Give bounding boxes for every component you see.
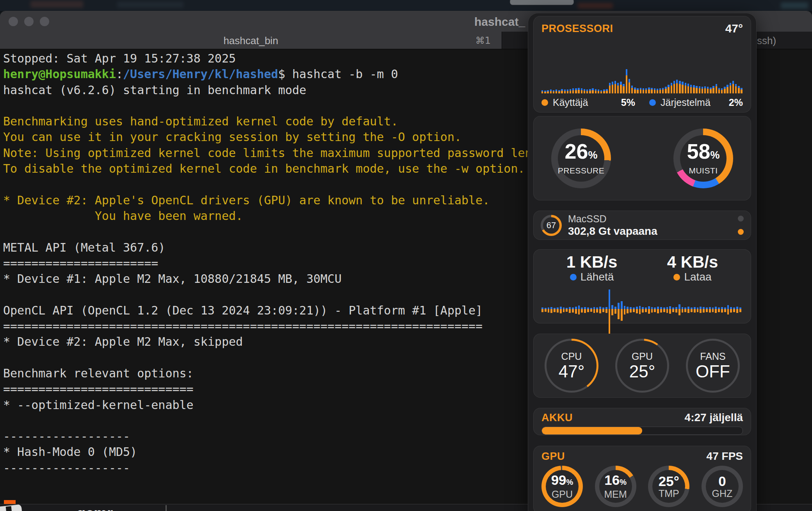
background-smudge (117, 2, 183, 8)
cpu-bar (676, 80, 678, 93)
net-down-bar (642, 309, 644, 313)
cpu-bar (668, 85, 669, 93)
cpu-bar (623, 84, 624, 93)
battery-bar-track (541, 427, 743, 435)
background-smudge (781, 2, 808, 9)
net-down-bar (651, 309, 653, 313)
net-up-bar (648, 306, 650, 309)
net-down-bar (602, 309, 604, 312)
net-down-bar (736, 309, 738, 313)
disk-widget-card[interactable]: 67 MacSSD 302,8 Gt vapaana (533, 211, 751, 240)
net-down-bar (593, 309, 595, 313)
cpu-widget-card[interactable]: PROSESSORI 47° Käyttäjä 5% Järjestelmä 2… (533, 16, 751, 113)
cpu-bar (704, 86, 706, 93)
tab-label: ssh) (757, 35, 776, 47)
cpu-bar (696, 86, 697, 93)
terminal-output[interactable]: Stopped: Sat Apr 19 15:27:38 2025henry@H… (3, 51, 560, 476)
cpu-bar (567, 89, 568, 93)
network-widget-card[interactable]: 1 KB/s Lähetä 4 KB/s Lataa (533, 249, 751, 323)
cpu-bar (586, 89, 588, 93)
user-percent: 5% (621, 97, 635, 108)
zoom-button[interactable] (40, 17, 49, 26)
net-up-bar (621, 301, 623, 309)
net-down-bar (739, 309, 741, 312)
net-down-bar (587, 309, 589, 312)
terminal-line: ------------------ (3, 460, 560, 476)
cpu-bar (679, 81, 680, 93)
cpu-bar (657, 89, 658, 93)
net-down-bar (541, 309, 543, 312)
cpu-bar (634, 88, 636, 93)
cpu-bar (620, 82, 621, 93)
net-down-bar (672, 309, 674, 312)
gpu-temp2-gauge: 25° TMP (648, 466, 689, 507)
net-down-bar (581, 309, 583, 313)
cpu-bar (614, 81, 616, 93)
terminal-line: Benchmark relevant options: (3, 366, 560, 381)
terminal-line (3, 350, 560, 366)
gpu-widget-card[interactable]: GPU 47 FPS 99% GPU 16% MEM (533, 446, 751, 511)
pressure-memory-card[interactable]: 26% PRESSURE 58% MUISTI (533, 116, 751, 200)
cpu-bar (710, 88, 711, 93)
system-legend-label: Järjestelmä (661, 97, 710, 108)
cpu-bar (687, 84, 689, 93)
cpu-bar (631, 86, 633, 93)
cpu-bar (626, 69, 627, 93)
pressure-gauge: 26% PRESSURE (551, 129, 611, 188)
net-down-bar (675, 309, 677, 313)
cpu-bar (741, 88, 742, 93)
battery-widget-card[interactable]: AKKU 4:27 jäljellä (533, 408, 751, 435)
net-up-bar (618, 303, 620, 309)
net-down-bar (618, 309, 620, 319)
disk-usage-gauge: 67 (541, 215, 562, 236)
cpu-bar (570, 89, 571, 93)
net-down-bar (715, 309, 717, 313)
terminal-line: hashcat (v6.2.6) starting in benchmark m… (3, 82, 560, 98)
net-down-bar (611, 309, 613, 315)
background-smudge (30, 1, 83, 8)
net-down-bar (566, 309, 568, 312)
desktop-background-strip (0, 0, 812, 11)
window-title: hashcat_ (474, 15, 525, 29)
cpu-bar (558, 90, 560, 93)
cpu-bar (598, 89, 599, 93)
terminal-line: * Device #2: Apple's OpenCL drivers (GPU… (3, 193, 560, 208)
minimize-button[interactable] (24, 17, 34, 26)
net-up-bar (624, 306, 626, 309)
cpu-bar (572, 88, 574, 93)
tab-hashcat-bin[interactable]: hashcat_bin ⌘1 (0, 32, 502, 49)
disk-free-space: 302,8 Gt vapaana (568, 225, 657, 238)
cpu-temperature: 47° (725, 22, 743, 35)
terminal-line: * --optimized-kernel-enable (3, 397, 560, 413)
system-legend-dot (649, 99, 656, 106)
cpu-bar (617, 83, 619, 93)
net-up-bar (609, 289, 611, 309)
fans-gauge: FANS OFF (686, 339, 740, 393)
terminal-line: henry@Hopsumakki:/Users/Henry/kl/hashed$… (3, 66, 560, 82)
cpu-history-chart (541, 57, 743, 93)
net-down-bar (545, 309, 547, 312)
terminal-line: To disable the optimized kernel code in … (3, 161, 560, 177)
terminal-line: METAL API (Metal 367.6) (3, 240, 560, 256)
net-down-bar (733, 309, 735, 312)
net-down-bar (554, 309, 556, 312)
sensors-widget-card[interactable]: CPU 47° GPU 25° FANS OFF (533, 334, 751, 398)
terminal-line: * Device #1: Apple M2 Max, 10880/21845 M… (3, 271, 560, 287)
net-down-bar (691, 309, 693, 312)
net-down-bar (727, 309, 729, 314)
close-button[interactable] (9, 17, 18, 26)
disk-name: MacSSD (568, 213, 657, 225)
istat-widget-panel: PROSESSORI 47° Käyttäjä 5% Järjestelmä 2… (528, 13, 757, 511)
user-legend-label: Käyttäjä (553, 97, 588, 108)
background-slider-control (510, 0, 574, 5)
user-legend-dot (541, 99, 548, 106)
cpu-bar (612, 82, 613, 93)
cpu-bar (671, 83, 672, 93)
cpu-bar (556, 89, 557, 93)
gpu-usage-gauge: 99% GPU (541, 466, 583, 507)
terminal-line (3, 98, 560, 114)
cpu-bar (589, 89, 591, 93)
net-down-bar (684, 309, 686, 312)
net-down-bar (633, 309, 635, 312)
write-activity-dot (738, 229, 744, 235)
